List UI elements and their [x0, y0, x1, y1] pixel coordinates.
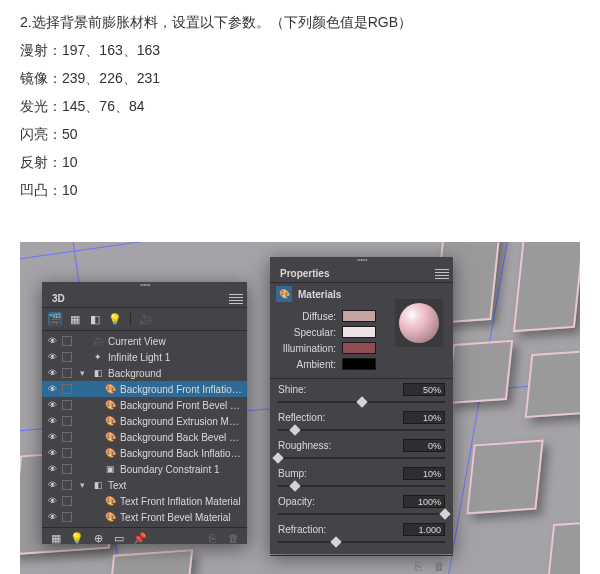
layer-empty-box[interactable]	[62, 464, 72, 474]
refraction-slider-track[interactable]	[278, 538, 445, 546]
layer-empty-box[interactable]	[62, 400, 72, 410]
subtab-materials-icon[interactable]: 🎨	[276, 286, 292, 302]
filter-scene-icon[interactable]: 🎬	[48, 312, 62, 326]
shine-slider-thumb[interactable]	[356, 396, 367, 407]
visibility-eye-icon[interactable]: 👁	[46, 512, 58, 522]
filter-mesh-icon[interactable]: ▦	[68, 312, 82, 326]
specular-swatch[interactable]	[342, 326, 376, 338]
layer-row[interactable]: 👁✦Infinite Light 1	[42, 349, 247, 365]
opacity-slider-row: Opacity:100%	[278, 495, 445, 518]
filter-light-icon[interactable]: 💡	[108, 312, 122, 326]
layer-type-icon: 🎨	[104, 400, 116, 410]
layer-row[interactable]: 👁🎨Text Front Bevel Material	[42, 509, 247, 525]
opacity-slider-thumb[interactable]	[439, 508, 450, 519]
visibility-eye-icon[interactable]: 👁	[46, 496, 58, 506]
visibility-eye-icon[interactable]: 👁	[46, 432, 58, 442]
layer-row[interactable]: 👁🎥Current View	[42, 333, 247, 349]
layer-label: Infinite Light 1	[108, 352, 243, 363]
instruction-line: 发光：145、76、84	[20, 92, 580, 120]
reflection-value-field[interactable]: 10%	[403, 411, 445, 424]
diffuse-swatch[interactable]	[342, 310, 376, 322]
light-toggle-icon[interactable]: 💡	[69, 531, 85, 545]
new-material-icon[interactable]: ⎘	[410, 559, 426, 573]
layer-empty-box[interactable]	[62, 384, 72, 394]
layer-empty-box[interactable]	[62, 496, 72, 506]
layer-row[interactable]: 👁🎨Text Front Inflation Material	[42, 493, 247, 509]
visibility-eye-icon[interactable]: 👁	[46, 464, 58, 474]
layer-type-icon: 🎨	[104, 448, 116, 458]
anchor-icon[interactable]: 📌	[132, 531, 148, 545]
roughness-slider-track[interactable]	[278, 454, 445, 462]
properties-panel-footer: ⎘ 🗑	[270, 555, 453, 574]
add-icon[interactable]: ⊕	[90, 531, 106, 545]
instruction-line: 凹凸：10	[20, 176, 580, 204]
instruction-line: 镜像：239、226、231	[20, 64, 580, 92]
layer-label: Text Front Bevel Material	[120, 512, 243, 523]
3d-viewport[interactable]: ┅┅ 3D 🎬 ▦ ◧ 💡 🎥 👁🎥Current View👁✦Infinite…	[20, 242, 580, 574]
visibility-eye-icon[interactable]: 👁	[46, 400, 58, 410]
layer-row[interactable]: 👁▾◧Text	[42, 477, 247, 493]
material-preview-sphere[interactable]	[395, 299, 443, 347]
panel-tabbar: Properties	[270, 265, 453, 283]
visibility-eye-icon[interactable]: 👁	[46, 336, 58, 346]
plane-icon[interactable]: ▭	[111, 531, 127, 545]
layer-empty-box[interactable]	[62, 448, 72, 458]
disclosure-triangle-icon[interactable]: ▾	[76, 480, 88, 490]
opacity-slider-track[interactable]	[278, 510, 445, 518]
filter-material-icon[interactable]: ◧	[88, 312, 102, 326]
roughness-slider-row: Roughness:0%	[278, 439, 445, 462]
layer-type-icon: ◧	[92, 480, 104, 490]
visibility-eye-icon[interactable]: 👁	[46, 352, 58, 362]
layer-type-icon: ✦	[92, 352, 104, 362]
layer-empty-box[interactable]	[62, 352, 72, 362]
refraction-slider-row: Refraction:1.000	[278, 523, 445, 546]
bump-slider-thumb[interactable]	[289, 480, 300, 491]
opacity-value-field[interactable]: 100%	[403, 495, 445, 508]
refraction-slider-thumb[interactable]	[331, 536, 342, 547]
layer-empty-box[interactable]	[62, 368, 72, 378]
trash-icon[interactable]: 🗑	[431, 559, 447, 573]
panel-drag-handle[interactable]: ┅┅	[42, 282, 247, 290]
layer-empty-box[interactable]	[62, 336, 72, 346]
visibility-eye-icon[interactable]: 👁	[46, 448, 58, 458]
layer-empty-box[interactable]	[62, 512, 72, 522]
reflection-slider-track[interactable]	[278, 426, 445, 434]
illumination-swatch[interactable]	[342, 342, 376, 354]
visibility-eye-icon[interactable]: 👁	[46, 368, 58, 378]
roughness-value-field[interactable]: 0%	[403, 439, 445, 452]
reflection-slider-thumb[interactable]	[289, 424, 300, 435]
layer-row[interactable]: 👁▾◧Background	[42, 365, 247, 381]
disclosure-triangle-icon[interactable]: ▾	[76, 368, 88, 378]
panel-drag-handle[interactable]: ┅┅	[270, 257, 453, 265]
layer-empty-box[interactable]	[62, 416, 72, 426]
ambient-swatch[interactable]	[342, 358, 376, 370]
layer-type-icon: 🎨	[104, 416, 116, 426]
layer-empty-box[interactable]	[62, 432, 72, 442]
layer-row[interactable]: 👁🎨Background Front Inflation ...	[42, 381, 247, 397]
layer-row[interactable]: 👁🎨Background Back Inflation ...	[42, 445, 247, 461]
shine-value-field[interactable]: 50%	[403, 383, 445, 396]
panel-tab-3d[interactable]: 3D	[46, 291, 71, 306]
panel-menu-button[interactable]	[435, 268, 449, 280]
visibility-eye-icon[interactable]: 👁	[46, 416, 58, 426]
roughness-slider-thumb[interactable]	[272, 452, 283, 463]
layer-empty-box[interactable]	[62, 480, 72, 490]
refraction-label: Refraction:	[278, 524, 403, 535]
new-icon[interactable]: ⎘	[204, 531, 220, 545]
layer-row[interactable]: 👁🎨Background Back Bevel Mat...	[42, 429, 247, 445]
panel-menu-button[interactable]	[229, 293, 243, 305]
visibility-eye-icon[interactable]: 👁	[46, 480, 58, 490]
layer-row[interactable]: 👁🎨Background Extrusion Mate...	[42, 413, 247, 429]
render-icon[interactable]: ▦	[48, 531, 64, 545]
panel-tab-properties[interactable]: Properties	[274, 266, 335, 281]
layer-type-icon: 🎨	[104, 384, 116, 394]
shine-slider-track[interactable]	[278, 398, 445, 406]
trash-icon[interactable]: 🗑	[225, 531, 241, 545]
refraction-value-field[interactable]: 1.000	[403, 523, 445, 536]
visibility-eye-icon[interactable]: 👁	[46, 384, 58, 394]
bump-slider-track[interactable]	[278, 482, 445, 490]
layer-row[interactable]: 👁▣Boundary Constraint 1	[42, 461, 247, 477]
layer-row[interactable]: 👁🎨Background Front Bevel Mat...	[42, 397, 247, 413]
bump-value-field[interactable]: 10%	[403, 467, 445, 480]
filter-camera-icon[interactable]: 🎥	[139, 312, 153, 326]
